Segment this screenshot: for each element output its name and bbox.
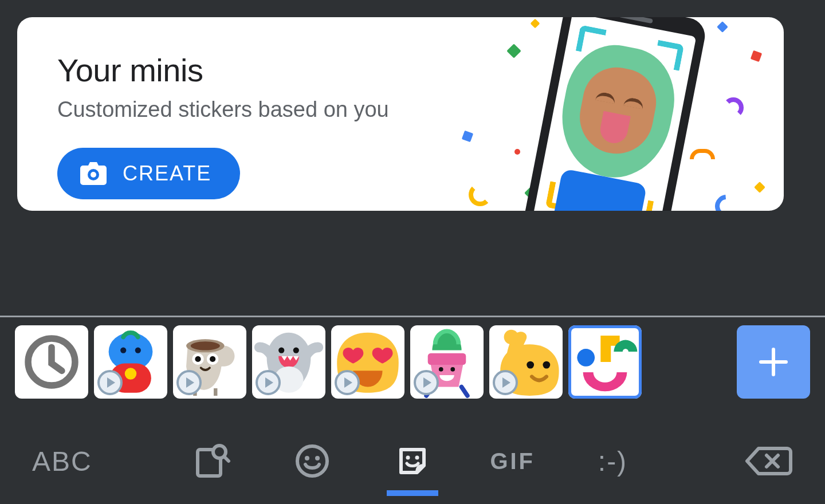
create-button-label: CREATE — [123, 162, 211, 186]
play-badge-icon — [176, 370, 202, 395]
svg-point-26 — [297, 446, 327, 476]
svg-point-14 — [278, 347, 284, 353]
promo-illustration — [446, 17, 767, 211]
keyboard-category-row: ABC GIF — [0, 418, 825, 504]
svg-point-29 — [406, 456, 410, 460]
svg-point-1 — [91, 172, 96, 178]
phone-illustration — [521, 17, 708, 211]
emoticon-label: :-) — [598, 446, 627, 477]
emoji-tab[interactable] — [262, 418, 363, 504]
svg-point-13 — [210, 356, 215, 362]
svg-point-18 — [439, 367, 443, 372]
gif-tab[interactable]: GIF — [462, 418, 563, 504]
svg-point-22 — [543, 361, 550, 369]
sticker-pack-coffee[interactable] — [173, 325, 246, 399]
add-sticker-pack-button[interactable] — [737, 325, 810, 399]
abc-label: ABC — [32, 446, 92, 477]
play-badge-icon — [97, 370, 123, 395]
camera-icon — [80, 162, 107, 185]
svg-point-20 — [504, 330, 519, 345]
svg-rect-17 — [428, 353, 466, 365]
play-badge-icon — [256, 370, 281, 395]
plus-icon — [757, 346, 789, 378]
svg-point-28 — [315, 456, 320, 460]
svg-point-30 — [415, 456, 419, 460]
svg-point-7 — [135, 347, 141, 353]
svg-point-19 — [450, 367, 455, 372]
backspace-icon — [745, 445, 793, 477]
keyboard-panel: ABC GIF — [0, 316, 825, 504]
play-badge-icon — [335, 370, 360, 395]
svg-point-21 — [527, 361, 534, 369]
sticker-pack-love-blob[interactable] — [331, 325, 404, 399]
play-badge-icon — [493, 370, 518, 395]
svg-point-11 — [195, 356, 201, 362]
gif-label: GIF — [490, 448, 535, 474]
svg-point-23 — [577, 349, 595, 367]
search-doc-icon — [194, 443, 231, 479]
sticker-pack-row — [15, 325, 810, 399]
sticker-pack-blue-bird[interactable] — [94, 325, 167, 399]
svg-point-9 — [191, 341, 220, 350]
sticker-icon — [395, 444, 430, 478]
backspace-key[interactable] — [663, 418, 825, 504]
play-badge-icon — [414, 370, 439, 395]
minis-logo-icon — [568, 325, 642, 399]
svg-point-6 — [120, 347, 126, 353]
sticker-pack-plant[interactable] — [410, 325, 484, 399]
minis-promo-card: Your minis Customized stickers based on … — [17, 17, 784, 211]
svg-point-15 — [293, 347, 299, 353]
emoticon-tab[interactable]: :-) — [563, 418, 663, 504]
sticker-tab[interactable] — [363, 418, 463, 504]
promo-title: Your minis — [57, 52, 203, 89]
search-key[interactable] — [162, 418, 262, 504]
svg-point-27 — [305, 456, 309, 460]
create-button[interactable]: CREATE — [57, 148, 240, 199]
svg-point-5 — [125, 368, 136, 379]
sticker-pack-flex-blob[interactable] — [489, 325, 563, 399]
sticker-pack-minis[interactable] — [568, 325, 642, 399]
abc-key[interactable]: ABC — [0, 418, 162, 504]
promo-subtitle: Customized stickers based on you — [57, 97, 389, 122]
sticker-pack-shark[interactable] — [252, 325, 325, 399]
clock-icon — [15, 325, 88, 399]
emoji-icon — [295, 444, 329, 478]
sticker-pack-recent[interactable] — [15, 325, 88, 399]
